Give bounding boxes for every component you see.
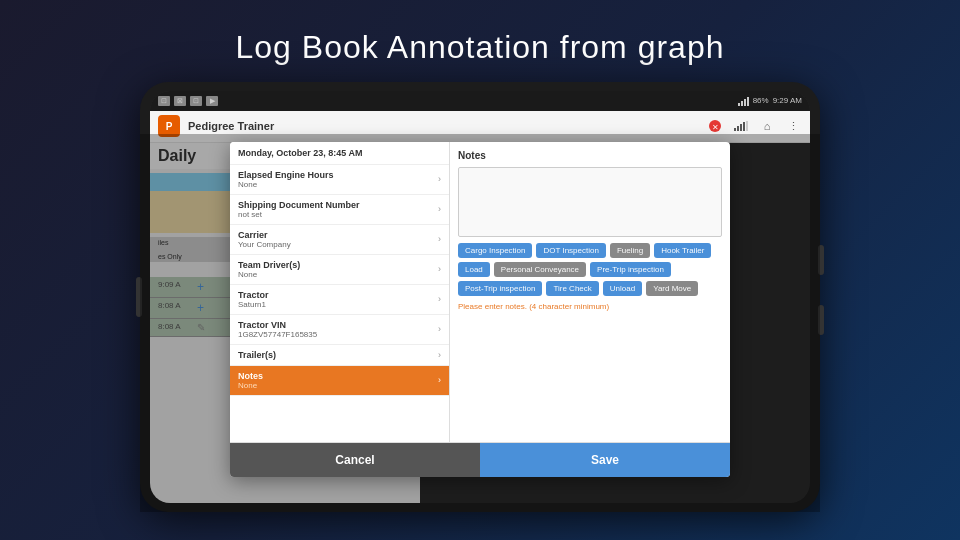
tablet-screen: ⊡ ⊠ ⊡ ▶ 86% 9:29 AM: [150, 91, 810, 503]
modal-row-team-driver[interactable]: Team Driver(s) None ›: [230, 255, 449, 285]
tag-tire-check[interactable]: Tire Check: [546, 281, 598, 296]
svg-rect-3: [737, 126, 739, 131]
tag-pre-trip[interactable]: Pre-Trip inspection: [590, 262, 671, 277]
bt-icon: ⊠: [174, 96, 186, 106]
svg-rect-2: [734, 128, 736, 131]
svg-text:✕: ✕: [712, 123, 719, 132]
cancel-button[interactable]: Cancel: [230, 443, 480, 477]
modal-row-label-tractor-vin: Tractor VIN: [238, 320, 317, 330]
home-icon[interactable]: ⌂: [758, 117, 776, 135]
modal-row-label-shipping: Shipping Document Number: [238, 200, 360, 210]
modal-footer: Cancel Save: [230, 442, 730, 477]
tag-unload[interactable]: Unload: [603, 281, 642, 296]
modal-left-pane: Monday, October 23, 8:45 AM Elapsed Engi…: [230, 143, 450, 442]
modal-row-value-carrier: Your Company: [238, 240, 291, 249]
tag-cargo-inspection[interactable]: Cargo Inspection: [458, 243, 532, 258]
annotation-modal: Monday, October 23, 8:45 AM Elapsed Engi…: [230, 143, 730, 477]
signal-strength: [738, 96, 749, 106]
status-time: 9:29 AM: [773, 96, 802, 105]
tag-fueling[interactable]: Fueling: [610, 243, 650, 258]
page-background: Log Book Annotation from graph ⊡ ⊠ ⊡ ▶: [0, 0, 960, 540]
play-icon: ▶: [206, 96, 218, 106]
status-bar: ⊡ ⊠ ⊡ ▶ 86% 9:29 AM: [150, 91, 810, 111]
main-content: Daily iles 12345 12345 es Only: [150, 143, 810, 503]
modal-row-tractor[interactable]: Tractor Saturn1 ›: [230, 285, 449, 315]
modal-row-arrow-notes: ›: [438, 375, 441, 385]
save-button[interactable]: Save: [480, 443, 730, 477]
modal-row-label-team-driver: Team Driver(s): [238, 260, 300, 270]
notification-icon[interactable]: ✕: [706, 117, 724, 135]
modal-row-value-elapsed: None: [238, 180, 334, 189]
modal-row-notes[interactable]: Notes None ›: [230, 366, 449, 396]
tag-post-trip[interactable]: Post-Trip inspection: [458, 281, 542, 296]
modal-right-pane: Notes Cargo Inspection DOT Inspection Fu…: [450, 143, 730, 442]
tablet-device: ⊡ ⊠ ⊡ ▶ 86% 9:29 AM: [140, 82, 820, 512]
signal-icon[interactable]: [732, 117, 750, 135]
overflow-menu-icon[interactable]: ⋮: [784, 117, 802, 135]
tag-buttons-container: Cargo Inspection DOT Inspection Fueling …: [458, 243, 722, 296]
modal-row-label-notes: Notes: [238, 371, 263, 381]
tag-load[interactable]: Load: [458, 262, 490, 277]
modal-row-value-tractor-vin: 1G8ZV57747F165835: [238, 330, 317, 339]
tag-yard-move[interactable]: Yard Move: [646, 281, 698, 296]
modal-row-label-carrier: Carrier: [238, 230, 291, 240]
modal-row-tractor-vin[interactable]: Tractor VIN 1G8ZV57747F165835 ›: [230, 315, 449, 345]
modal-row-value-shipping: not set: [238, 210, 360, 219]
modal-overlay: Monday, October 23, 8:45 AM Elapsed Engi…: [150, 143, 810, 503]
modal-row-trailer[interactable]: Trailer(s) ›: [230, 345, 449, 366]
modal-row-carrier[interactable]: Carrier Your Company ›: [230, 225, 449, 255]
notes-error-text: Please enter notes. (4 character minimum…: [458, 302, 722, 311]
modal-row-arrow-trailer: ›: [438, 350, 441, 360]
modal-row-elapsed[interactable]: Elapsed Engine Hours None ›: [230, 165, 449, 195]
modal-row-label-tractor: Tractor: [238, 290, 269, 300]
modal-row-arrow-team-driver: ›: [438, 264, 441, 274]
modal-row-arrow-shipping: ›: [438, 204, 441, 214]
modal-date: Monday, October 23, 8:45 AM: [230, 143, 449, 165]
app-bar-actions: ✕ ⌂ ⋮: [706, 117, 802, 135]
modal-row-arrow-carrier: ›: [438, 234, 441, 244]
modal-row-label-trailer: Trailer(s): [238, 350, 276, 360]
page-title: Log Book Annotation from graph: [236, 29, 725, 66]
wifi-icon: ⊡: [158, 96, 170, 106]
modal-row-arrow-elapsed: ›: [438, 174, 441, 184]
status-left-icons: ⊡ ⊠ ⊡ ▶: [158, 96, 218, 106]
modal-row-arrow-tractor: ›: [438, 294, 441, 304]
modal-row-value-team-driver: None: [238, 270, 300, 279]
location-icon: ⊡: [190, 96, 202, 106]
tag-hook-trailer[interactable]: Hook Trailer: [654, 243, 711, 258]
modal-row-arrow-tractor-vin: ›: [438, 324, 441, 334]
notes-textarea[interactable]: [458, 167, 722, 237]
status-right-info: 86% 9:29 AM: [738, 96, 802, 106]
svg-rect-6: [746, 121, 748, 131]
modal-body: Monday, October 23, 8:45 AM Elapsed Engi…: [230, 143, 730, 442]
tag-personal-conveyance[interactable]: Personal Conveyance: [494, 262, 586, 277]
tag-dot-inspection[interactable]: DOT Inspection: [536, 243, 605, 258]
modal-row-value-tractor: Saturn1: [238, 300, 269, 309]
modal-row-value-notes: None: [238, 381, 263, 390]
svg-rect-4: [740, 124, 742, 131]
battery-percent: 86%: [753, 96, 769, 105]
app-name: Pedigree Trainer: [188, 120, 274, 132]
svg-rect-5: [743, 122, 745, 131]
modal-row-shipping[interactable]: Shipping Document Number not set ›: [230, 195, 449, 225]
notes-section-title: Notes: [458, 150, 722, 161]
modal-row-label-elapsed: Elapsed Engine Hours: [238, 170, 334, 180]
